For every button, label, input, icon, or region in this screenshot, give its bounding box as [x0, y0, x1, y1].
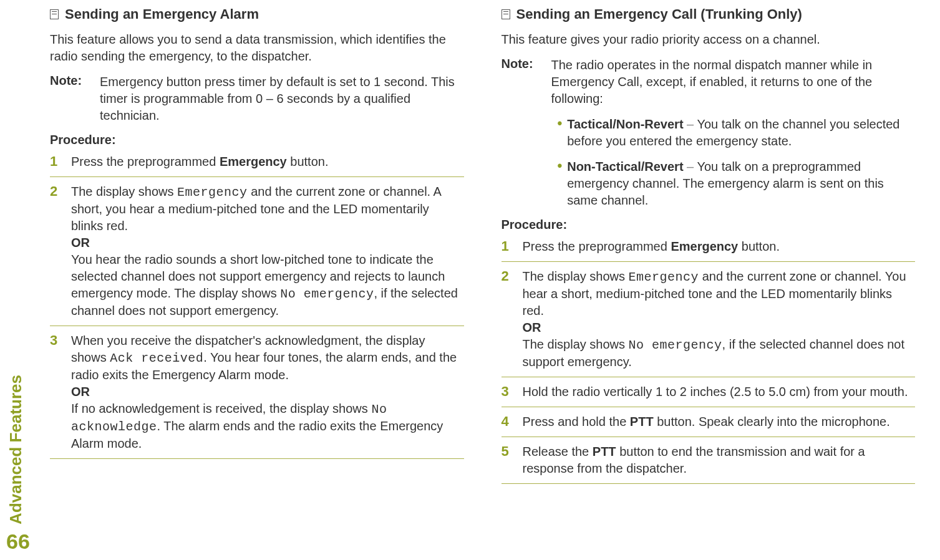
document-icon: [501, 9, 510, 19]
note-label: Note:: [50, 74, 100, 124]
bullet-icon: •: [558, 158, 563, 209]
dash: –: [684, 160, 697, 173]
step-3: 3 Hold the radio vertically 1 to 2 inche…: [501, 384, 916, 407]
note-body: Emergency button press timer by default …: [100, 74, 464, 124]
mono-text: Emergency: [629, 270, 699, 284]
step-body: When you receive the dispatcher's acknow…: [71, 332, 464, 452]
step-body: Release the PTT button to end the transm…: [523, 443, 916, 477]
procedure-label: Procedure:: [50, 133, 464, 147]
dash: –: [684, 117, 697, 131]
bold-text: Emergency: [220, 155, 287, 168]
step-number: 3: [50, 332, 71, 452]
text: The display shows: [523, 269, 629, 283]
or-text: OR: [71, 236, 90, 249]
right-column: Sending an Emergency Call (Trunking Only…: [501, 6, 916, 490]
page-columns: Sending an Emergency Alarm This feature …: [50, 6, 915, 490]
document-icon: [50, 9, 59, 19]
step-1: 1 Press the preprogrammed Emergency butt…: [501, 238, 916, 262]
text: Press and hold the: [523, 415, 630, 428]
step-body: Hold the radio vertically 1 to 2 inches …: [523, 384, 916, 400]
section-title: Sending an Emergency Call (Trunking Only…: [501, 6, 916, 22]
mono-text: No emergency: [280, 287, 374, 301]
or-text: OR: [71, 385, 90, 398]
mono-text: No emergency: [629, 338, 722, 352]
sidebar: Advanced Features 66: [6, 375, 30, 554]
intro-text: This feature allows you to send a data t…: [50, 31, 464, 65]
section-title: Sending an Emergency Alarm: [50, 6, 464, 22]
mono-text: Emergency: [177, 185, 248, 200]
text: Press the preprogrammed: [523, 239, 671, 253]
step-body: Press the preprogrammed Emergency button…: [523, 238, 916, 255]
bold-text: Emergency: [671, 239, 738, 253]
step-body: Press and hold the PTT button. Speak cle…: [523, 413, 916, 430]
step-body: Press the preprogrammed Emergency button…: [71, 153, 464, 170]
step-4: 4 Press and hold the PTT button. Speak c…: [501, 413, 916, 437]
bold-text: Non-Tactical/Revert: [567, 160, 683, 173]
bullet-item: • Non-Tactical/Revert – You talk on a pr…: [558, 158, 916, 209]
bullet-item: • Tactical/Non-Revert – You talk on the …: [558, 116, 916, 150]
text: Press the preprogrammed: [71, 155, 220, 168]
text: The display shows: [523, 337, 629, 351]
step-body: The display shows Emergency and the curr…: [523, 268, 916, 370]
step-3: 3 When you receive the dispatcher's ackn…: [50, 332, 464, 459]
step-number: 1: [50, 153, 71, 170]
step-number: 2: [50, 183, 71, 319]
or-text: OR: [523, 321, 541, 334]
text: button.: [287, 155, 329, 168]
bullet-icon: •: [558, 116, 563, 150]
note-block: Note: The radio operates in the normal d…: [501, 57, 916, 107]
step-1: 1 Press the preprogrammed Emergency butt…: [50, 153, 464, 177]
bold-text: PTT: [593, 445, 616, 458]
text: Release the: [523, 445, 593, 458]
note-block: Note: Emergency button press timer by de…: [50, 74, 464, 124]
mono-text: Ack received: [110, 351, 203, 365]
step-number: 2: [501, 268, 523, 370]
procedure-label: Procedure:: [501, 218, 916, 232]
text: The display shows: [71, 185, 177, 198]
text: If no acknowledgement is received, the d…: [71, 402, 371, 415]
note-body: The radio operates in the normal dispatc…: [551, 57, 916, 107]
step-number: 1: [501, 238, 523, 255]
section-label: Advanced Features: [6, 375, 26, 524]
text: button.: [738, 239, 780, 253]
step-5: 5 Release the PTT button to end the tran…: [501, 443, 916, 484]
bullet-body: Non-Tactical/Revert – You talk on a prep…: [567, 158, 915, 209]
bold-text: PTT: [630, 415, 654, 428]
step-body: The display shows Emergency and the curr…: [71, 183, 464, 319]
step-number: 4: [501, 413, 523, 430]
bold-text: Tactical/Non-Revert: [567, 117, 683, 131]
title-text: Sending an Emergency Alarm: [65, 6, 259, 22]
step-2: 2 The display shows Emergency and the cu…: [501, 268, 916, 377]
page-number: 66: [6, 529, 30, 554]
step-2: 2 The display shows Emergency and the cu…: [50, 183, 464, 326]
intro-text: This feature gives your radio priority a…: [501, 31, 916, 48]
title-text: Sending an Emergency Call (Trunking Only…: [516, 6, 802, 22]
text: button. Speak clearly into the microphon…: [654, 415, 890, 428]
bullet-list: • Tactical/Non-Revert – You talk on the …: [558, 116, 916, 209]
bullet-body: Tactical/Non-Revert – You talk on the ch…: [567, 116, 915, 150]
step-number: 5: [501, 443, 523, 477]
note-label: Note:: [501, 57, 551, 107]
left-column: Sending an Emergency Alarm This feature …: [50, 6, 464, 490]
step-number: 3: [501, 384, 523, 400]
